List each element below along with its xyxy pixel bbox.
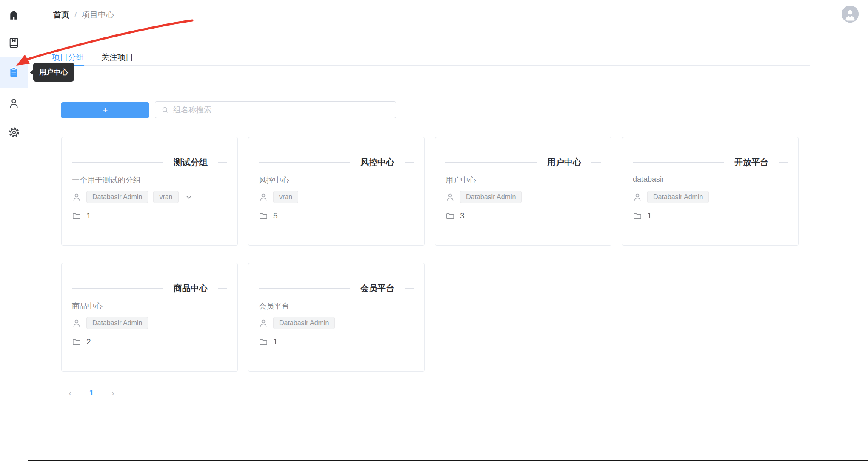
group-members-row: Databasir Admin vran bbox=[72, 190, 193, 203]
project-count-row: 2 bbox=[72, 336, 91, 348]
project-count-row: 1 bbox=[259, 336, 278, 348]
header-divider bbox=[38, 29, 868, 29]
user-avatar[interactable] bbox=[842, 6, 859, 23]
group-members-row: Databasir Admin bbox=[259, 316, 335, 329]
group-title: 测试分组 bbox=[163, 157, 218, 168]
group-card-goods[interactable]: 商品中心 商品中心 Databasir Admin 2 bbox=[61, 263, 238, 372]
member-icon bbox=[633, 192, 642, 202]
group-search-box[interactable] bbox=[155, 101, 396, 118]
add-group-button[interactable]: + bbox=[61, 102, 149, 118]
member-icon bbox=[72, 318, 81, 328]
folder-icon bbox=[259, 338, 268, 346]
folder-icon bbox=[72, 212, 81, 220]
group-title-divider: 风控中心 bbox=[259, 157, 414, 167]
folder-icon bbox=[633, 212, 642, 220]
pagination-prev-button[interactable]: ‹ bbox=[64, 387, 77, 399]
chevron-down-icon[interactable] bbox=[185, 193, 193, 201]
sidebar-item-projects-active[interactable] bbox=[0, 57, 28, 88]
avatar-person-icon bbox=[842, 6, 859, 23]
group-card-open-platform[interactable]: 开放平台 databasir Databasir Admin 1 bbox=[622, 137, 799, 246]
group-description: 风控中心 bbox=[259, 175, 289, 185]
breadcrumb-separator: / bbox=[74, 10, 77, 20]
gear-icon bbox=[8, 126, 20, 138]
group-description: databasir bbox=[633, 175, 664, 184]
sidebar bbox=[0, 0, 28, 461]
sidebar-item-docs[interactable] bbox=[0, 28, 28, 57]
group-card-member[interactable]: 会员平台 会员平台 Databasir Admin 1 bbox=[248, 263, 425, 372]
group-title-divider: 用户中心 bbox=[445, 157, 601, 167]
clipboard-icon bbox=[8, 67, 20, 78]
member-icon bbox=[259, 318, 268, 328]
person-icon bbox=[8, 97, 20, 109]
group-search-input[interactable] bbox=[173, 106, 390, 115]
group-title: 商品中心 bbox=[163, 283, 218, 294]
group-title: 用户中心 bbox=[537, 157, 591, 168]
breadcrumb-home[interactable]: 首页 bbox=[53, 9, 69, 20]
member-tag: Databasir Admin bbox=[86, 191, 148, 203]
group-members-row: vran bbox=[259, 190, 298, 203]
project-count-row: 1 bbox=[633, 210, 652, 222]
group-description: 会员平台 bbox=[259, 301, 289, 311]
group-description: 商品中心 bbox=[72, 301, 103, 311]
folder-icon bbox=[445, 212, 454, 220]
project-count: 1 bbox=[86, 211, 91, 220]
group-title-divider: 开放平台 bbox=[633, 157, 788, 167]
tab-followed-projects[interactable]: 关注项目 bbox=[101, 50, 134, 65]
breadcrumb-current: 项目中心 bbox=[82, 9, 114, 20]
group-card-test[interactable]: 测试分组 一个用于测试的分组 Databasir Admin vran 1 bbox=[61, 137, 238, 246]
project-count-row: 3 bbox=[445, 210, 465, 222]
folder-icon bbox=[72, 338, 81, 346]
group-members-row: Databasir Admin bbox=[72, 316, 148, 329]
member-tag: vran bbox=[273, 191, 298, 203]
member-tag: Databasir Admin bbox=[86, 317, 148, 329]
group-title-divider: 会员平台 bbox=[259, 283, 414, 293]
project-center-page: 首页 / 项目中心 项目分组 关注项目 用户中心 + 测试分组 bbox=[0, 0, 868, 461]
project-count: 2 bbox=[86, 337, 91, 346]
sidebar-item-users[interactable] bbox=[0, 88, 28, 118]
breadcrumb: 首页 / 项目中心 bbox=[53, 9, 114, 20]
member-tag: Databasir Admin bbox=[273, 317, 335, 329]
project-count-row: 1 bbox=[72, 210, 91, 222]
group-description: 用户中心 bbox=[445, 175, 476, 185]
project-count: 3 bbox=[460, 211, 465, 220]
group-card-risk[interactable]: 风控中心 风控中心 vran 5 bbox=[248, 137, 425, 246]
pagination-next-button[interactable]: › bbox=[106, 387, 119, 399]
group-members-row: Databasir Admin bbox=[445, 190, 522, 203]
sidebar-tooltip: 用户中心 bbox=[33, 63, 74, 82]
sidebar-item-settings[interactable] bbox=[0, 117, 28, 147]
member-tag: Databasir Admin bbox=[647, 191, 709, 203]
pagination: ‹ 1 › bbox=[64, 387, 119, 399]
group-title-divider: 商品中心 bbox=[72, 283, 227, 293]
group-card-user[interactable]: 用户中心 用户中心 Databasir Admin 3 bbox=[435, 137, 611, 246]
project-count: 5 bbox=[273, 211, 278, 220]
group-title: 风控中心 bbox=[350, 157, 405, 168]
sidebar-item-home[interactable] bbox=[0, 0, 28, 30]
member-icon bbox=[72, 192, 81, 202]
project-count: 1 bbox=[273, 337, 278, 346]
folder-icon bbox=[259, 212, 268, 220]
member-icon bbox=[445, 192, 455, 202]
home-icon bbox=[8, 9, 20, 21]
group-description: 一个用于测试的分组 bbox=[72, 175, 141, 185]
group-title: 会员平台 bbox=[350, 283, 405, 294]
search-icon bbox=[161, 106, 169, 114]
member-icon bbox=[259, 192, 268, 202]
pagination-page-1[interactable]: 1 bbox=[85, 387, 98, 399]
member-tag: Databasir Admin bbox=[460, 191, 522, 203]
group-title-divider: 测试分组 bbox=[72, 157, 227, 167]
tabs-track bbox=[50, 65, 810, 66]
group-title: 开放平台 bbox=[724, 157, 779, 168]
tooltip-text: 用户中心 bbox=[39, 67, 68, 77]
journal-bookmark-icon bbox=[8, 37, 20, 49]
member-tag: vran bbox=[153, 191, 178, 203]
project-count-row: 5 bbox=[259, 210, 278, 222]
project-count: 1 bbox=[647, 211, 652, 220]
group-members-row: Databasir Admin bbox=[633, 190, 709, 203]
